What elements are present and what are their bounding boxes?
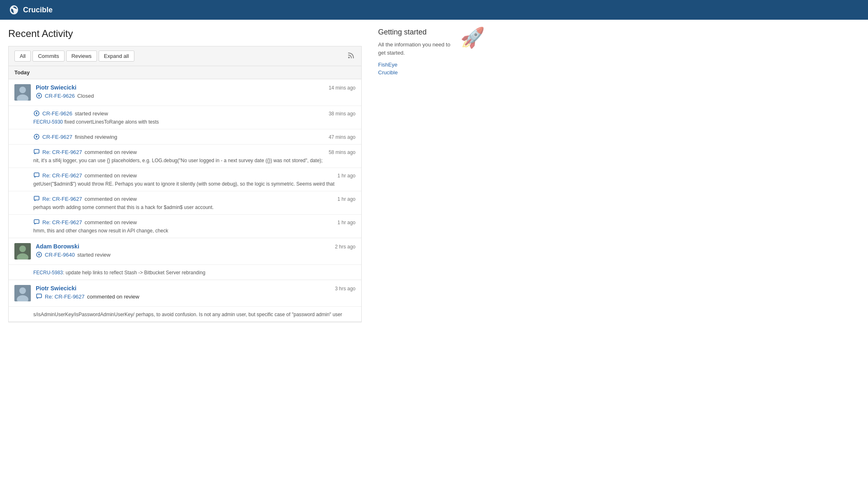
sub-item-ref-3: Re: CR-FE-9627 commented on review — [33, 149, 137, 155]
filter-reviews-button[interactable]: Reviews — [66, 51, 97, 62]
sub-item-ref-4: Re: CR-FE-9627 commented on review — [33, 172, 137, 179]
user-info-adam: Adam Borowski CR-FE-9640 started revie — [36, 243, 330, 258]
review-ref-piotr2: Re: CR-FE-9627 commented on review — [36, 293, 330, 300]
sub-time-1: 38 mins ago — [329, 110, 356, 117]
time-piotr2: 3 hrs ago — [335, 285, 356, 292]
sub-item-adam-1: FECRU-5983: update help links to reflect… — [9, 265, 361, 280]
filter-expand-all-button[interactable]: Expand all — [99, 51, 134, 62]
activity-list: Today Piotr Swiecicki — [8, 66, 362, 322]
sub-item-ref-5: Re: CR-FE-9627 commented on review — [33, 195, 137, 202]
sub-item-4: Re: CR-FE-9627 commented on review 1 hr … — [9, 168, 361, 191]
sidebar-desc: All the information you need to get star… — [378, 41, 456, 57]
user-info-piotr2: Piotr Swiecicki Re: CR-FE-9627 commented… — [36, 285, 330, 300]
sub-time-6: 1 hr ago — [337, 219, 356, 225]
sub-item-5: Re: CR-FE-9627 commented on review 1 hr … — [9, 191, 361, 215]
review-ref-9640: CR-FE-9640 started review — [36, 251, 330, 258]
comment-link-6[interactable]: Re: CR-FE-9627 — [42, 219, 82, 225]
sub-item-piotr2-1: s/isAdminUserKey/isPasswordAdminUserKey/… — [9, 307, 361, 322]
comment-icon-6 — [33, 219, 40, 225]
time-adam: 2 hrs ago — [335, 243, 356, 250]
sub-item-2: CR-FE-9627 finished reviewing 47 mins ag… — [9, 129, 361, 145]
avatar-piotr-image — [14, 84, 31, 101]
section-today: Today — [9, 66, 361, 79]
time-piotr-1: 14 mins ago — [329, 84, 356, 91]
sub-item-header-5: Re: CR-FE-9627 commented on review 1 hr … — [33, 195, 356, 202]
comment-text-6: hmm, this and other changes now result i… — [33, 228, 356, 234]
rocket-icon: 🚀 — [460, 28, 485, 48]
comment-action-6: commented on review — [85, 219, 137, 225]
sidebar-title: Getting started — [378, 28, 456, 37]
crucible-logo-icon — [8, 4, 20, 16]
sub-item-header-6: Re: CR-FE-9627 commented on review 1 hr … — [33, 219, 356, 225]
comment-icon-piotr2 — [36, 293, 42, 300]
filter-commits-button[interactable]: Commits — [32, 51, 64, 62]
sidebar-link-crucible[interactable]: Crucible — [378, 69, 456, 76]
comment-action-3: commented on review — [85, 149, 137, 155]
commit-text-1: fixed convertLinesToRange alons with tes… — [64, 119, 159, 125]
sub-time-5: 1 hr ago — [337, 195, 356, 202]
logo[interactable]: Crucible — [8, 4, 53, 16]
comment-link-5[interactable]: Re: CR-FE-9627 — [42, 196, 82, 202]
activity-group-piotr: Piotr Swiecicki CR-FE-9626 Closed — [9, 79, 361, 238]
review-ref-9626: CR-FE-9626 Closed — [36, 92, 324, 99]
review-link-9626[interactable]: CR-FE-9626 — [45, 93, 75, 99]
filter-all-button[interactable]: All — [14, 51, 31, 62]
filter-buttons: All Commits Reviews Expand all — [14, 51, 134, 62]
sub-item-ref-2: CR-FE-9627 finished reviewing — [33, 133, 117, 140]
sidebar-link-fisheye[interactable]: FishEye — [378, 62, 456, 68]
sub-item-6: Re: CR-FE-9627 commented on review 1 hr … — [9, 215, 361, 238]
sub-item-ref-1: CR-FE-9626 started review — [33, 110, 108, 117]
svg-point-1 — [348, 57, 350, 58]
sub-item-header-2: CR-FE-9627 finished reviewing 47 mins ag… — [33, 133, 356, 140]
filter-bar: All Commits Reviews Expand all — [8, 46, 362, 66]
piotr2-comment-text: s/isAdminUserKey/isPasswordAdminUserKey/… — [33, 312, 356, 317]
user-name-adam[interactable]: Adam Borowski — [36, 243, 79, 250]
sub-time-2: 47 mins ago — [329, 133, 356, 140]
comment-action-5: commented on review — [85, 196, 137, 202]
comment-action-piotr2: commented on review — [87, 294, 139, 300]
sub-item-1: CR-FE-9626 started review 38 mins ago FE… — [9, 106, 361, 129]
comment-link-3[interactable]: Re: CR-FE-9627 — [42, 149, 82, 155]
review-link-9640[interactable]: CR-FE-9640 — [45, 252, 75, 258]
svg-rect-13 — [34, 196, 39, 200]
adam-commit-text: FECRU-5983: update help links to reflect… — [33, 270, 356, 276]
sub-commit-1: FECRU-5930 fixed convertLinesToRange alo… — [33, 119, 356, 125]
svg-point-3 — [19, 87, 26, 93]
user-row-piotr: Piotr Swiecicki CR-FE-9626 Closed — [9, 79, 361, 106]
avatar-adam — [14, 243, 31, 260]
review-icon-adam — [36, 251, 42, 258]
comment-text-5: perhaps worth adding some comment that t… — [33, 204, 356, 210]
commit-link-5983[interactable]: FECRU-5983 — [33, 270, 63, 276]
user-info-piotr: Piotr Swiecicki CR-FE-9626 Closed — [36, 84, 324, 99]
commit-text-adam: update help links to reflect Stash -> Bi… — [66, 270, 205, 276]
svg-rect-14 — [34, 220, 39, 223]
user-name-piotr2[interactable]: Piotr Swiecicki — [36, 285, 76, 292]
comment-icon-5 — [33, 195, 40, 202]
sub-item-ref-6: Re: CR-FE-9627 commented on review — [33, 219, 137, 225]
sub-time-4: 1 hr ago — [337, 172, 356, 179]
user-name-piotr[interactable]: Piotr Swiecicki — [36, 84, 76, 91]
comment-link-4[interactable]: Re: CR-FE-9627 — [42, 172, 82, 179]
avatar-piotr — [14, 84, 31, 101]
rss-icon[interactable] — [347, 51, 356, 61]
sub-item-header-4: Re: CR-FE-9627 commented on review 1 hr … — [33, 172, 356, 179]
comment-icon-4 — [33, 172, 40, 179]
comment-link-piotr2[interactable]: Re: CR-FE-9627 — [45, 294, 85, 300]
sub-review-link-9626[interactable]: CR-FE-9626 — [42, 110, 72, 117]
review-sub-icon-2 — [33, 133, 40, 140]
svg-point-21 — [19, 287, 26, 294]
avatar-piotr2 — [14, 285, 31, 301]
svg-rect-23 — [37, 294, 42, 298]
comment-action-4: commented on review — [85, 172, 137, 179]
activity-group-piotr2: Piotr Swiecicki Re: CR-FE-9627 commented… — [9, 280, 361, 322]
review-status-9626: Closed — [77, 93, 94, 99]
page-title: Recent Activity — [8, 28, 362, 39]
sub-item-header-1: CR-FE-9626 started review 38 mins ago — [33, 110, 356, 117]
sub-action-2: finished reviewing — [75, 134, 117, 140]
sub-item-3: Re: CR-FE-9627 commented on review 58 mi… — [9, 145, 361, 168]
logo-text: Crucible — [23, 6, 53, 14]
commit-link-5930[interactable]: FECRU-5930 — [33, 119, 63, 125]
sub-review-link-9627-finish[interactable]: CR-FE-9627 — [42, 134, 72, 140]
svg-point-16 — [19, 246, 26, 252]
review-sub-icon-1 — [33, 110, 40, 117]
